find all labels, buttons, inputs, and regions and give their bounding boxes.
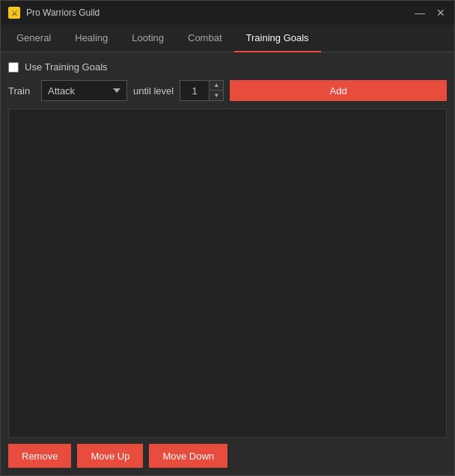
tab-looting[interactable]: Looting — [120, 25, 176, 52]
level-spinners: ▲ ▼ — [209, 81, 223, 100]
use-training-goals-label: Use Training Goals — [25, 61, 108, 73]
level-input-wrap: ▲ ▼ — [180, 80, 224, 101]
tab-training-goals[interactable]: Training Goals — [234, 25, 321, 52]
use-training-goals-row: Use Training Goals — [8, 61, 447, 73]
title-bar: ⚔ Pro Warriors Guild — ✕ — [1, 1, 454, 25]
skill-select[interactable]: Attack Defence Strength Hitpoints Ranged… — [41, 80, 127, 101]
move-down-button[interactable]: Move Down — [149, 444, 228, 468]
close-button[interactable]: ✕ — [435, 7, 447, 19]
until-level-label: until level — [133, 85, 174, 97]
level-input[interactable] — [180, 81, 209, 100]
bottom-bar: Remove Move Up Move Down — [8, 438, 447, 468]
app-icon: ⚔ — [8, 7, 20, 19]
window-controls: — ✕ — [414, 7, 447, 19]
level-down-button[interactable]: ▼ — [210, 91, 223, 100]
level-up-button[interactable]: ▲ — [210, 81, 223, 91]
window-title: Pro Warriors Guild — [26, 7, 414, 18]
remove-button[interactable]: Remove — [8, 444, 71, 468]
use-training-goals-checkbox[interactable] — [8, 62, 19, 73]
main-window: ⚔ Pro Warriors Guild — ✕ General Healing… — [0, 0, 455, 476]
minimize-button[interactable]: — — [414, 7, 426, 19]
tab-combat[interactable]: Combat — [176, 25, 234, 52]
train-label: Train — [8, 85, 35, 97]
tab-healing[interactable]: Healing — [63, 25, 120, 52]
tab-bar: General Healing Looting Combat Training … — [1, 25, 454, 52]
goals-list — [8, 109, 447, 438]
train-row: Train Attack Defence Strength Hitpoints … — [8, 80, 447, 101]
tab-general[interactable]: General — [4, 25, 63, 52]
content-area: Use Training Goals Train Attack Defence … — [1, 52, 454, 475]
add-button[interactable]: Add — [230, 80, 447, 101]
move-up-button[interactable]: Move Up — [77, 444, 143, 468]
